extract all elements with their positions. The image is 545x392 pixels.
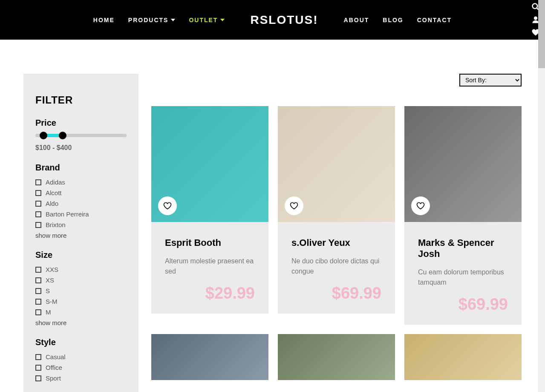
- product-desc: Cu eam dolorum temporibus tamquam: [418, 267, 508, 288]
- checkbox-icon: [35, 190, 41, 196]
- scrollbar[interactable]: [538, 0, 545, 392]
- checkbox-icon: [35, 375, 41, 381]
- nav-about[interactable]: ABOUT: [344, 17, 369, 23]
- filter-size: Size XXS XS S S-M M show more: [35, 250, 127, 326]
- sort-row: Sort By:: [151, 74, 522, 86]
- product-grid: Esprit Booth Alterum molestie praesent e…: [151, 106, 522, 380]
- style-list: Casual Office Sport: [35, 353, 127, 382]
- checkbox-icon: [35, 309, 41, 315]
- checkbox-icon: [35, 299, 41, 305]
- product-image: [278, 106, 395, 222]
- checkbox-icon: [35, 211, 41, 217]
- checkbox-icon: [35, 277, 41, 283]
- size-show-more[interactable]: show more: [35, 319, 127, 326]
- product-price: $69.99: [418, 295, 508, 314]
- style-option[interactable]: Office: [35, 364, 127, 371]
- brand-option[interactable]: Alcott: [35, 189, 127, 196]
- product-image: [404, 334, 522, 380]
- price-range-text: $100 - $400: [35, 144, 127, 152]
- nav-blog[interactable]: BLOG: [383, 17, 403, 23]
- product-title: Marks & Spencer Josh: [418, 237, 508, 259]
- main-content: Sort By: Esprit Booth Alterum molestie p…: [151, 74, 522, 392]
- chevron-down-icon: [171, 19, 175, 21]
- filter-style: Style Casual Office Sport: [35, 337, 127, 382]
- brand-option[interactable]: Brixton: [35, 221, 127, 228]
- favorite-button[interactable]: [158, 196, 177, 215]
- filter-price: Price $100 - $400: [35, 118, 127, 152]
- product-desc: Ne duo cibo dolore dictas qui congue: [291, 256, 381, 277]
- brand-option[interactable]: Adidas: [35, 179, 127, 186]
- brand-option[interactable]: Barton Perreira: [35, 210, 127, 218]
- nav-left: HOME PRODUCTS OUTLET: [93, 17, 225, 23]
- nav-outlet[interactable]: OUTLET: [189, 17, 225, 23]
- style-option[interactable]: Casual: [35, 353, 127, 360]
- product-body: Marks & Spencer Josh Cu eam dolorum temp…: [404, 222, 522, 325]
- heart-icon: [290, 202, 298, 210]
- filter-heading-size: Size: [35, 250, 127, 260]
- product-card[interactable]: [278, 334, 395, 380]
- brand-list: Adidas Alcott Aldo Barton Perreira Brixt…: [35, 179, 127, 228]
- product-image: [404, 106, 522, 222]
- product-image: [278, 334, 395, 380]
- product-body: Esprit Booth Alterum molestie praesent e…: [151, 222, 268, 314]
- style-option[interactable]: Sport: [35, 375, 127, 382]
- filter-title: FILTER: [35, 94, 127, 106]
- filter-heading-style: Style: [35, 337, 127, 347]
- slider-handle-max[interactable]: [59, 132, 66, 139]
- nav-products[interactable]: PRODUCTS: [128, 17, 176, 23]
- favorite-button[interactable]: [285, 196, 303, 215]
- checkbox-icon: [35, 354, 41, 360]
- size-option[interactable]: XXS: [35, 266, 127, 273]
- product-title: s.Oliver Yeux: [291, 237, 381, 248]
- product-image: [151, 106, 268, 222]
- slider-handle-min[interactable]: [40, 132, 47, 139]
- filter-heading-brand: Brand: [35, 163, 127, 173]
- product-card[interactable]: [404, 334, 522, 380]
- sort-select[interactable]: Sort By:: [459, 74, 522, 86]
- product-card[interactable]: s.Oliver Yeux Ne duo cibo dolore dictas …: [278, 106, 395, 325]
- svg-point-0: [533, 4, 538, 9]
- checkbox-icon: [35, 201, 41, 207]
- checkbox-icon: [35, 267, 41, 273]
- size-option[interactable]: S: [35, 287, 127, 294]
- product-price: $69.99: [291, 284, 381, 303]
- product-title: Esprit Booth: [165, 237, 255, 248]
- checkbox-icon: [35, 179, 41, 185]
- product-card[interactable]: Marks & Spencer Josh Cu eam dolorum temp…: [404, 106, 522, 325]
- scrollbar-thumb[interactable]: [538, 0, 545, 68]
- checkbox-icon: [35, 365, 41, 371]
- checkbox-icon: [35, 222, 41, 228]
- product-image: [151, 334, 268, 380]
- logo[interactable]: RSLOTUS!: [250, 13, 318, 27]
- checkbox-icon: [35, 288, 41, 294]
- nav-home[interactable]: HOME: [93, 17, 115, 23]
- product-card[interactable]: [151, 334, 268, 380]
- filter-heading-price: Price: [35, 118, 127, 128]
- heart-icon: [416, 202, 425, 210]
- product-desc: Alterum molestie praesent ea sed: [165, 256, 255, 277]
- nav-contact[interactable]: CONTACT: [417, 17, 452, 23]
- product-card[interactable]: Esprit Booth Alterum molestie praesent e…: [151, 106, 268, 325]
- filter-sidebar: FILTER Price $100 - $400 Brand Adidas Al…: [23, 74, 138, 392]
- size-option[interactable]: S-M: [35, 298, 127, 305]
- chevron-down-icon: [220, 19, 225, 21]
- size-list: XXS XS S S-M M: [35, 266, 127, 316]
- price-slider[interactable]: [35, 134, 127, 137]
- favorite-button[interactable]: [411, 196, 430, 215]
- page-container: FILTER Price $100 - $400 Brand Adidas Al…: [0, 40, 545, 392]
- brand-show-more[interactable]: show more: [35, 232, 127, 239]
- brand-option[interactable]: Aldo: [35, 200, 127, 207]
- svg-point-2: [534, 17, 537, 20]
- size-option[interactable]: M: [35, 308, 127, 316]
- nav-right: ABOUT BLOG CONTACT: [344, 17, 452, 23]
- product-body: s.Oliver Yeux Ne duo cibo dolore dictas …: [278, 222, 395, 314]
- main-header: HOME PRODUCTS OUTLET RSLOTUS! ABOUT BLOG…: [0, 0, 545, 40]
- size-option[interactable]: XS: [35, 277, 127, 284]
- heart-icon: [163, 202, 172, 210]
- filter-brand: Brand Adidas Alcott Aldo Barton Perreira…: [35, 163, 127, 239]
- product-price: $29.99: [165, 284, 255, 303]
